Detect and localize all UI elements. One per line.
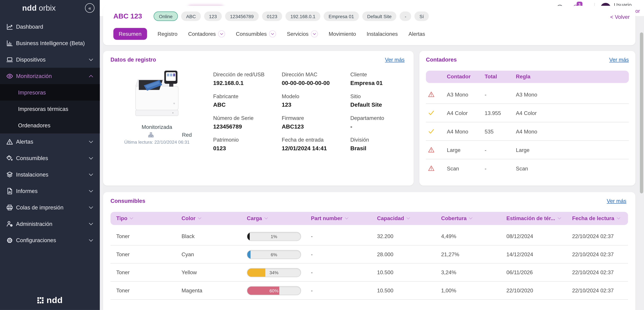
sidebar-subitem-label: Impresoras térmicas — [18, 106, 68, 112]
tab-consumibles[interactable]: Consumibles — [236, 30, 276, 37]
field-label: Fabricante — [213, 93, 279, 100]
column-estimacion[interactable]: Estimación de tér... — [506, 215, 560, 221]
sort-caret-icon — [469, 216, 472, 220]
scrollbar[interactable] — [640, 32, 643, 193]
cell-part-number: - — [311, 269, 313, 276]
pill-modelo: 123 — [204, 12, 222, 21]
cell-color: Magenta — [182, 288, 202, 294]
sidebar: ndd orbix « Dashboard Business Intellige… — [0, 0, 100, 310]
cell-part-number: - — [311, 288, 313, 294]
table-row[interactable]: A3 Mono - A3 Mono — [426, 86, 629, 104]
sidebar-item-monitorizacion[interactable]: Monitorización — [0, 68, 100, 84]
sidebar-item-colas-de-impresion[interactable]: Colas de impresión — [0, 199, 100, 216]
cell-capacidad: 32.200 — [377, 233, 393, 239]
table-row[interactable]: Toner Magenta 60% - 10.500 1,00% 22/10/2… — [110, 282, 628, 300]
chevron-down-icon — [89, 238, 93, 242]
device-tabs: Resumen Registro Contadores Consumibles … — [113, 28, 425, 40]
chevron-down-icon — [89, 155, 93, 160]
sidebar-item-instalaciones[interactable]: Instalaciones — [0, 166, 100, 183]
tab-contadores[interactable]: Contadores — [188, 30, 225, 37]
table-row[interactable]: Toner Black 1% - 32.200 4,49% 08/12/2024… — [110, 228, 628, 246]
sidebar-item-label: Monitorización — [16, 73, 90, 79]
sidebar-collapse-icon[interactable]: « — [85, 3, 94, 13]
carga-progress-bar: 60% — [247, 286, 301, 295]
cell-regla: Large — [516, 147, 530, 153]
toner-link[interactable]: Toner — [116, 251, 130, 258]
pill-cliente: Empresa 01 — [324, 12, 359, 21]
sidebar-item-label: Consumibles — [16, 155, 90, 161]
sidebar-item-business-intelligence[interactable]: Business Intelligence (Beta) — [0, 35, 100, 52]
column-label: Color — [182, 215, 196, 221]
table-row[interactable]: A4 Mono 535 A4 Mono — [426, 122, 629, 141]
table-row[interactable]: Toner Cyan 6% - 28.000 21,27% 14/12/2024… — [110, 246, 628, 264]
sidebar-item-administracion[interactable]: Administración — [0, 216, 100, 232]
chevron-up-icon — [89, 75, 93, 79]
tab-movimiento[interactable]: Movimiento — [328, 30, 356, 37]
sidebar-subitem-impresoras[interactable]: Impresoras — [0, 84, 100, 100]
cell-total: 535 — [485, 128, 494, 135]
field-label: Patrimonio — [213, 137, 279, 143]
carga-progress-bar: 6% — [247, 250, 301, 259]
field-value: ABC123 — [282, 123, 348, 130]
tab-servicios[interactable]: Servicios — [287, 30, 318, 37]
printer-preview: Monitorizada Red Última lectura: 22/10/2… — [122, 67, 192, 144]
table-row[interactable]: A4 Color 13.955 A4 Color — [426, 104, 629, 122]
cell-contador: A4 Color — [447, 110, 468, 116]
tab-alertas[interactable]: Alertas — [408, 30, 425, 37]
field-sitio: Sitio Default Site — [350, 93, 416, 108]
table-row[interactable]: Scan - Scan — [426, 159, 629, 178]
back-link[interactable]: < Volver — [610, 14, 630, 20]
sort-caret-icon — [617, 216, 620, 220]
sidebar-item-dashboard[interactable]: Dashboard — [0, 18, 100, 35]
datos-ver-mas-link[interactable]: Ver más — [385, 57, 404, 63]
column-color[interactable]: Color — [182, 215, 201, 221]
field-value: 0123 — [213, 145, 279, 152]
column-part-number[interactable]: Part number — [311, 215, 348, 221]
network-icon — [148, 132, 154, 138]
tab-registro[interactable]: Registro — [158, 30, 178, 37]
column-contador: Contador — [447, 74, 470, 80]
toner-link[interactable]: Toner — [116, 269, 130, 276]
column-fecha-lectura[interactable]: Fecha de lectura — [572, 215, 620, 221]
column-carga[interactable]: Carga — [247, 215, 267, 221]
sort-caret-icon — [558, 216, 561, 220]
column-tipo[interactable]: Tipo — [116, 215, 133, 221]
sidebar-item-informes[interactable]: Informes — [0, 183, 100, 199]
sidebar-subitem-impresoras-termicas[interactable]: Impresoras térmicas — [0, 100, 100, 117]
datos-card-title: Datos de registro — [110, 57, 156, 63]
table-row[interactable]: Toner Yellow 34% - 10.500 3,24% 06/11/20… — [110, 264, 628, 282]
field-value: 123 — [282, 102, 348, 108]
consumibles-ver-mas-link[interactable]: Ver más — [607, 198, 626, 204]
contadores-card: Contadores Ver más Contador Total Regla … — [420, 51, 635, 186]
chevron-down-icon — [89, 188, 93, 192]
sidebar-item-dispositivos[interactable]: Dispositivos — [0, 52, 100, 68]
toner-link[interactable]: Toner — [116, 288, 130, 294]
contadores-ver-mas-link[interactable]: Ver más — [609, 57, 629, 63]
column-cobertura[interactable]: Cobertura — [441, 215, 472, 221]
sidebar-item-configuraciones[interactable]: Configuraciones — [0, 232, 100, 248]
column-label: Fecha de lectura — [572, 215, 614, 221]
table-row[interactable]: Large - Large — [426, 141, 629, 159]
sidebar-item-consumibles[interactable]: Consumibles — [0, 150, 100, 166]
sidebar-item-alertas[interactable]: Alertas — [0, 134, 100, 150]
check-icon — [428, 110, 435, 116]
sidebar-subitem-ordenadores[interactable]: Ordenadores — [0, 117, 100, 134]
sidebar-item-label: Business Intelligence (Beta) — [16, 40, 94, 46]
tab-label: Contadores — [188, 30, 216, 37]
cell-color: Cyan — [182, 251, 194, 258]
sort-caret-icon — [406, 216, 410, 220]
carga-percent-label: 1% — [247, 234, 300, 239]
sidebar-logo: ndd orbix « — [0, 0, 100, 16]
tab-instalaciones[interactable]: Instalaciones — [366, 30, 398, 37]
sort-caret-icon — [264, 216, 268, 220]
sort-caret-icon — [198, 216, 202, 220]
column-capacidad[interactable]: Capacidad — [377, 215, 409, 221]
field-patrimonio: Patrimonio 0123 — [213, 137, 279, 152]
cell-estimacion: 14/12/2024 — [506, 251, 533, 258]
sidebar-item-label: Instalaciones — [16, 172, 90, 178]
pill-serie: 123456789 — [225, 12, 258, 21]
toner-link[interactable]: Toner — [116, 233, 130, 239]
tab-resumen[interactable]: Resumen — [113, 28, 147, 40]
cell-estimacion: 08/12/2024 — [506, 233, 533, 239]
column-label: Capacidad — [377, 215, 404, 221]
